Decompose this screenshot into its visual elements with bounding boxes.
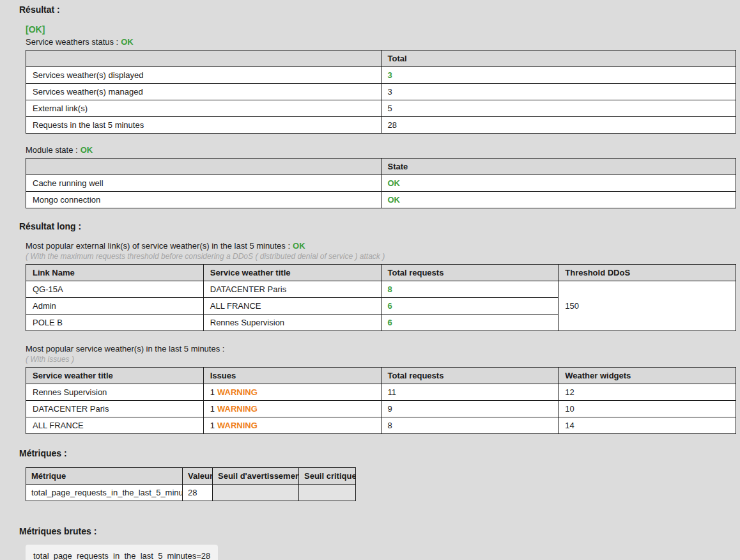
table-row: Mongo connection OK [26,192,736,208]
metrics-header-critical-threshold: Seuil critique [299,468,356,485]
weathers-row-requests: 9 [381,401,559,417]
issues-level: WARNING [217,404,258,414]
totals-row-label: Services weather(s) managed [26,84,382,100]
weathers-row-widgets: 12 [559,384,736,401]
weathers-row-widgets: 10 [559,401,736,417]
metrics-header-value: Valeur [183,468,213,485]
links-header-threshold-ddos: Threshold DDoS [559,265,736,281]
table-row: Rennes Supervision 1WARNING 11 12 [26,384,736,401]
raw-metrics-heading: Métriques brutes : [0,526,740,536]
weathers-row-requests: 11 [381,384,559,401]
links-row-service: ALL FRANCE [203,298,381,315]
service-weathers-status-line: Service weathers status :OK [26,37,740,47]
links-threshold-ddos-cell: 150 [559,281,736,331]
service-weathers-status-value: OK [121,37,134,47]
weathers-header-service-title: Service weather title [26,368,204,384]
totals-row-value: 3 [381,84,736,100]
totals-row-value: 28 [381,117,736,134]
links-row-service: Rennes Supervision [203,315,381,331]
table-row: Services weather(s) managed 3 [26,84,736,100]
links-table-header-row: Link Name Service weather title Total re… [26,265,736,281]
module-state-label: Module state : [26,145,78,155]
totals-row-label: Services weather(s) displayed [26,67,382,84]
module-row-label: Cache running well [26,175,382,192]
links-header-service-title: Service weather title [203,265,381,281]
table-row: Requests in the last 5 minutes 28 [26,117,736,134]
links-row-requests: 6 [381,315,559,331]
metrics-row-warning-threshold [213,485,299,501]
weathers-row-widgets: 14 [559,417,736,434]
totals-row-label: External link(s) [26,100,382,117]
raw-metrics-box: total_page_requests_in_the_last_5_minute… [26,545,218,560]
links-row-requests: 6 [381,298,559,315]
metrics-row-metric: total_page_requests_in_the_last_5_minute… [26,485,183,501]
links-header-link-name: Link Name [26,265,204,281]
metrics-table-header-row: Métrique Valeur Seuil d'avertissement Se… [26,468,356,485]
links-row-link: POLE B [26,315,204,331]
metrics-header-metric: Métrique [26,468,183,485]
links-row-link: QG-15A [26,281,204,298]
table-row: ALL FRANCE 1WARNING 8 14 [26,417,736,434]
module-row-state: OK [381,175,736,192]
table-row: Cache running well OK [26,175,736,192]
issues-level: WARNING [217,387,258,397]
weathers-row-requests: 8 [381,417,559,434]
popular-weathers-note: ( With issues ) [26,355,740,364]
popular-links-status: OK [293,241,305,251]
popular-links-note: ( With the maximum requests threshold be… [26,252,740,261]
issues-count: 1 [210,404,215,414]
weathers-row-issues: 1WARNING [203,417,381,434]
global-status-tag: [OK] [26,24,740,35]
module-row-label: Mongo connection [26,192,382,208]
long-result-heading: Résultat long : [0,221,740,231]
weathers-header-issues: Issues [203,368,381,384]
weathers-row-service: DATACENTER Paris [26,401,204,417]
totals-header-empty [26,51,382,67]
table-row: total_page_requests_in_the_last_5_minute… [26,485,356,501]
popular-links-table: Link Name Service weather title Total re… [26,264,736,331]
module-state-table: State Cache running well OK Mongo connec… [26,158,736,208]
totals-row-value: 5 [381,100,736,117]
module-header-state: State [381,159,736,175]
weathers-row-issues: 1WARNING [203,384,381,401]
metrics-row-critical-threshold [299,485,356,501]
totals-header-total: Total [381,51,736,67]
totals-table: Total Services weather(s) displayed 3 Se… [26,50,736,134]
popular-weathers-table: Service weather title Issues Total reque… [26,367,736,434]
module-state-line: Module state :OK [26,145,740,155]
popular-links-title: Most popular external link(s) of service… [26,241,290,251]
metrics-row-value: 28 [183,485,213,501]
links-row-requests: 8 [381,281,559,298]
weathers-row-service: Rennes Supervision [26,384,204,401]
issues-count: 1 [210,421,215,430]
links-header-total-requests: Total requests [381,265,559,281]
popular-weathers-title: Most popular service weather(s) in the l… [26,344,224,354]
table-row: External link(s) 5 [26,100,736,117]
weathers-header-weather-widgets: Weather widgets [559,368,736,384]
result-heading: Résultat : [0,0,740,15]
module-table-header-row: State [26,159,736,175]
table-row: DATACENTER Paris 1WARNING 9 10 [26,401,736,417]
metrics-table: Métrique Valeur Seuil d'avertissement Se… [26,467,356,501]
weathers-header-total-requests: Total requests [381,368,559,384]
service-weathers-status-label: Service weathers status : [26,37,118,47]
totals-table-header-row: Total [26,51,736,67]
module-row-state: OK [381,192,736,208]
weathers-row-service: ALL FRANCE [26,417,204,434]
popular-links-title-line: Most popular external link(s) of service… [26,241,740,251]
weathers-table-header-row: Service weather title Issues Total reque… [26,368,736,384]
links-row-link: Admin [26,298,204,315]
popular-weathers-title-line: Most popular service weather(s) in the l… [26,344,740,354]
table-row: QG-15A DATACENTER Paris 8 150 [26,281,736,298]
totals-row-label: Requests in the last 5 minutes [26,117,382,134]
issues-count: 1 [210,387,215,397]
module-header-empty [26,159,382,175]
weathers-row-issues: 1WARNING [203,401,381,417]
metrics-heading: Métriques : [0,448,740,458]
totals-row-value: 3 [381,67,736,84]
table-row: Services weather(s) displayed 3 [26,67,736,84]
links-row-service: DATACENTER Paris [203,281,381,298]
issues-level: WARNING [217,421,258,430]
module-state-value: OK [81,145,93,155]
metrics-header-warning-threshold: Seuil d'avertissement [213,468,299,485]
